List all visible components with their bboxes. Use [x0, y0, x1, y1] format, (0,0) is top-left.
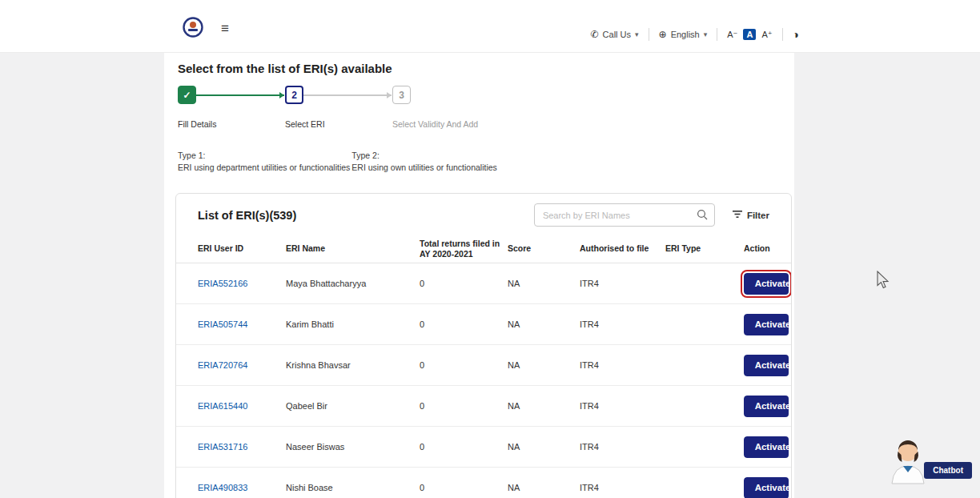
table-row: ERIA490833Nishi Boase0NAITR4Activate: [176, 468, 791, 498]
header-actions: ✆ Call Us ▾ ⊕ English ▾ A⁻ A A⁺ ◑: [591, 28, 799, 41]
authorised-to-file-cell: ITR4: [580, 483, 665, 492]
table-row: ERIA531716Naseer Biswas0NAITR4Activate: [176, 427, 791, 468]
step-connector: [196, 94, 284, 96]
authorised-to-file-cell: ITR4: [580, 401, 665, 411]
activate-button[interactable]: Activate: [744, 477, 789, 498]
divider: [649, 28, 649, 41]
eri-user-id-link[interactable]: ERIA490833: [198, 483, 247, 492]
activate-button-wrapper: Activate: [744, 477, 789, 498]
phone-icon: ✆: [591, 29, 599, 40]
mouse-cursor-icon: [875, 271, 890, 293]
divider: [717, 28, 717, 41]
call-us-label: Call Us: [603, 30, 631, 39]
authorised-to-file-cell: ITR4: [580, 360, 665, 370]
search-box: [534, 203, 715, 227]
step-1-done: ✓: [178, 86, 196, 104]
eri-user-id-link[interactable]: ERIA505744: [198, 319, 247, 329]
activate-button-wrapper: Activate: [744, 355, 789, 376]
search-input[interactable]: [534, 203, 715, 227]
card-header: List of ERI(s)(539) Filter: [176, 194, 791, 235]
returns-filed-cell: 0: [420, 360, 508, 370]
eri-list-card: List of ERI(s)(539) Filter ERI User ID E…: [175, 193, 792, 498]
chatbot-widget[interactable]: Chatbot: [876, 434, 980, 498]
table-header-row: ERI User ID ERI Name Total returns filed…: [176, 235, 791, 263]
step-connector: [303, 94, 392, 96]
font-normal-button[interactable]: A: [743, 29, 756, 40]
table-row: ERIA505744Karim Bhatti0NAITR4Activate: [176, 304, 791, 345]
activate-button[interactable]: Activate: [744, 436, 789, 458]
app-logo-icon: [183, 17, 203, 41]
column-header: ERI Name: [286, 243, 420, 254]
table-row: ERIA615440Qabeel Bir0NAITR4Activate: [176, 386, 791, 427]
eri-name-cell: Nishi Boase: [286, 483, 420, 492]
column-header: Score: [508, 243, 580, 254]
search-icon[interactable]: [697, 209, 708, 223]
activate-button-wrapper: Activate: [744, 396, 789, 417]
returns-filed-cell: 0: [420, 483, 508, 492]
font-increase-button[interactable]: A⁺: [761, 30, 772, 40]
activate-button[interactable]: Activate: [744, 314, 789, 335]
table-row: ERIA720764Krishna Bhavsar0NAITR4Activate: [176, 345, 791, 386]
main-panel: Select from the list of ERI(s) available…: [164, 53, 794, 498]
eri-user-id-link[interactable]: ERIA531716: [198, 442, 247, 452]
top-header: ≡ ✆ Call Us ▾ ⊕ English ▾ A⁻ A A⁺ ◑: [0, 0, 980, 53]
chevron-down-icon: ▾: [635, 30, 639, 38]
activate-button[interactable]: Activate: [744, 273, 789, 295]
globe-icon: ⊕: [659, 29, 667, 40]
font-decrease-button[interactable]: A⁻: [727, 30, 737, 40]
eri-user-id-link[interactable]: ERIA615440: [198, 401, 247, 411]
eri-name-cell: Qabeel Bir: [286, 401, 420, 411]
returns-filed-cell: 0: [420, 401, 508, 411]
score-cell: NA: [508, 442, 580, 452]
score-cell: NA: [508, 360, 580, 370]
returns-filed-cell: 0: [420, 279, 508, 288]
menu-icon[interactable]: ≡: [221, 21, 229, 37]
page-title: Select from the list of ERI(s) available: [178, 62, 794, 75]
activate-button[interactable]: Activate: [744, 396, 789, 417]
chatbot-label[interactable]: Chatbot: [924, 462, 972, 479]
table-row: ERIA552166Maya Bhattacharyya0NAITR4Activ…: [176, 263, 791, 304]
score-cell: NA: [508, 401, 580, 411]
dark-mode-toggle-icon[interactable]: ◑: [793, 28, 799, 41]
score-cell: NA: [508, 319, 580, 329]
authorised-to-file-cell: ITR4: [580, 319, 665, 329]
column-header: Authorised to file: [580, 243, 665, 254]
authorised-to-file-cell: ITR4: [580, 442, 665, 452]
call-us-menu[interactable]: ✆ Call Us ▾: [591, 29, 639, 40]
chatbot-avatar-icon[interactable]: [887, 434, 929, 488]
filter-label: Filter: [747, 211, 769, 220]
activate-button[interactable]: Activate: [744, 355, 789, 376]
type-1-description: Type 1: ERI using department utilities o…: [178, 151, 350, 172]
step-3-pending: 3: [392, 86, 411, 104]
eri-name-cell: Krishna Bhavsar: [286, 360, 420, 370]
eri-type-legend: Type 1: ERI using department utilities o…: [178, 151, 794, 172]
step-3-label: Select Validity And Add: [392, 119, 478, 129]
divider: [782, 28, 783, 41]
eri-user-id-link[interactable]: ERIA552166: [198, 279, 247, 288]
font-size-controls: A⁻ A A⁺: [727, 29, 772, 40]
step-2-active: 2: [285, 86, 303, 104]
filter-icon: [733, 210, 742, 220]
activate-button-wrapper: Activate: [744, 436, 789, 458]
step-1-label: Fill Details: [178, 119, 216, 129]
chevron-down-icon: ▾: [704, 30, 708, 38]
eri-user-id-link[interactable]: ERIA720764: [198, 360, 247, 370]
column-header: Action: [744, 243, 792, 254]
filter-button[interactable]: Filter: [733, 210, 769, 220]
score-cell: NA: [508, 279, 580, 288]
language-label: English: [671, 30, 700, 39]
page: ≡ ✆ Call Us ▾ ⊕ English ▾ A⁻ A A⁺ ◑: [0, 0, 980, 498]
column-header: Total returns filed in AY 2020-2021: [420, 239, 508, 259]
eri-table-body: ERIA552166Maya Bhattacharyya0NAITR4Activ…: [176, 263, 791, 498]
score-cell: NA: [508, 483, 580, 492]
returns-filed-cell: 0: [420, 319, 508, 329]
activate-button-highlight: Activate: [744, 273, 789, 295]
activate-button-wrapper: Activate: [744, 314, 789, 335]
column-header: ERI User ID: [198, 243, 286, 254]
card-title: List of ERI(s)(539): [198, 209, 296, 222]
authorised-to-file-cell: ITR4: [580, 279, 665, 288]
eri-name-cell: Naseer Biswas: [286, 442, 420, 452]
language-menu[interactable]: ⊕ English ▾: [659, 29, 708, 40]
type-2-description: Type 2: ERI using own utilities or funct…: [351, 151, 497, 172]
returns-filed-cell: 0: [420, 442, 508, 452]
